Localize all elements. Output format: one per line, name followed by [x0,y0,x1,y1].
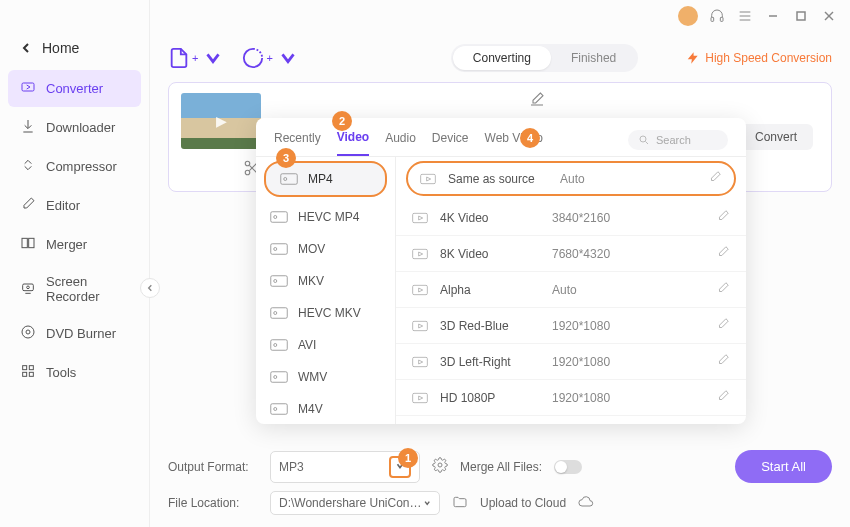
quality-option[interactable]: 8K Video7680*4320 [396,236,746,272]
svg-point-20 [245,161,250,166]
svg-rect-39 [271,372,288,383]
svg-point-36 [274,312,277,315]
close-button[interactable] [820,7,838,25]
nav-icon [20,363,36,382]
svg-rect-55 [413,393,428,402]
sidebar-item-editor[interactable]: Editor [8,187,141,224]
status-segment: Converting Finished [451,44,638,72]
svg-point-15 [26,330,30,334]
start-all-button[interactable]: Start All [735,450,832,483]
svg-rect-17 [29,366,33,370]
svg-rect-41 [271,404,288,415]
quality-icon [412,248,428,260]
format-option-mov[interactable]: MOV [256,233,395,265]
format-option-wmv[interactable]: WMV [256,361,395,393]
add-file-button[interactable]: + [168,47,224,69]
nav-icon [20,235,36,254]
sidebar-item-screen-recorder[interactable]: Screen Recorder [8,265,141,313]
merge-toggle[interactable] [554,460,582,474]
sidebar-item-merger[interactable]: Merger [8,226,141,263]
quality-option[interactable]: HD 720P1280*720 [396,416,746,424]
quality-edit-icon[interactable] [716,353,730,370]
high-speed-conversion[interactable]: High Speed Conversion [686,51,832,65]
svg-rect-49 [413,285,428,294]
open-folder-icon[interactable] [452,494,468,513]
nav-label: Screen Recorder [46,274,129,304]
format-option-hevc-mp4[interactable]: HEVC MP4 [256,201,395,233]
format-icon [270,242,288,256]
svg-marker-52 [419,324,423,328]
quality-edit-icon[interactable] [716,389,730,406]
quality-edit-icon[interactable] [716,245,730,262]
format-search[interactable]: Search [628,130,728,150]
quality-option[interactable]: 4K Video3840*2160 [396,200,746,236]
svg-point-28 [284,178,287,181]
format-tab-device[interactable]: Device [432,131,469,155]
edit-title-button[interactable] [529,91,545,111]
nav-label: Merger [46,237,87,252]
quality-edit-icon[interactable] [716,317,730,334]
quality-icon [420,173,436,185]
format-label: WMV [298,370,327,384]
format-option-mkv[interactable]: MKV [256,265,395,297]
headset-icon[interactable] [708,7,726,25]
svg-marker-50 [419,288,423,292]
sidebar: Home ConverterDownloaderCompressorEditor… [0,0,150,527]
svg-rect-45 [413,213,428,222]
quality-option[interactable]: HD 1080P1920*1080 [396,380,746,416]
cloud-icon[interactable] [578,494,594,513]
quality-resolution: 3840*2160 [552,211,704,225]
quality-option[interactable]: 3D Red-Blue1920*1080 [396,308,746,344]
minimize-button[interactable] [764,7,782,25]
sidebar-item-converter[interactable]: Converter [8,70,141,107]
upload-label: Upload to Cloud [480,496,566,510]
sidebar-item-compressor[interactable]: Compressor [8,148,141,185]
add-folder-button[interactable]: + [242,47,298,69]
svg-rect-33 [271,276,288,287]
svg-point-30 [274,216,277,219]
svg-rect-43 [421,174,436,183]
quality-option[interactable]: AlphaAuto [396,272,746,308]
quality-edit-icon[interactable] [716,281,730,298]
maximize-button[interactable] [792,7,810,25]
format-icon [270,306,288,320]
format-option-m4v[interactable]: M4V [256,393,395,424]
sidebar-item-tools[interactable]: Tools [8,354,141,391]
svg-point-14 [22,326,34,338]
svg-rect-37 [271,340,288,351]
brand-label: Home [42,40,79,56]
format-option-hevc-mkv[interactable]: HEVC MKV [256,297,395,329]
callout-2: 2 [332,111,352,131]
quality-label: Same as source [448,172,548,186]
quality-option[interactable]: 3D Left-Right1920*1080 [396,344,746,380]
quality-edit-icon[interactable] [708,170,722,187]
convert-button[interactable]: Convert [739,124,813,150]
svg-marker-48 [419,252,423,256]
format-label: MKV [298,274,324,288]
svg-point-34 [274,280,277,283]
menu-icon[interactable] [736,7,754,25]
format-tab-video[interactable]: Video [337,130,369,156]
format-tab-audio[interactable]: Audio [385,131,416,155]
home-link[interactable]: Home [0,30,149,70]
tab-finished[interactable]: Finished [551,46,636,70]
file-location-select[interactable]: D:\Wondershare UniConverter 1 [270,491,440,515]
svg-point-13 [27,286,30,289]
svg-rect-29 [271,212,288,223]
sidebar-item-dvd-burner[interactable]: DVD Burner [8,315,141,352]
tab-converting[interactable]: Converting [453,46,551,70]
quality-option[interactable]: Same as sourceAuto [406,161,736,196]
sidebar-item-downloader[interactable]: Downloader [8,109,141,146]
user-avatar[interactable] [678,6,698,26]
svg-marker-46 [419,216,423,220]
output-format-value: MP3 [279,460,304,474]
svg-rect-18 [23,372,27,376]
format-label: HEVC MKV [298,306,361,320]
video-thumbnail[interactable] [181,93,261,149]
format-option-avi[interactable]: AVI [256,329,395,361]
nav-icon [20,324,36,343]
search-placeholder: Search [656,134,691,146]
svg-point-42 [274,408,277,411]
quality-edit-icon[interactable] [716,209,730,226]
output-settings-icon[interactable] [432,457,448,476]
